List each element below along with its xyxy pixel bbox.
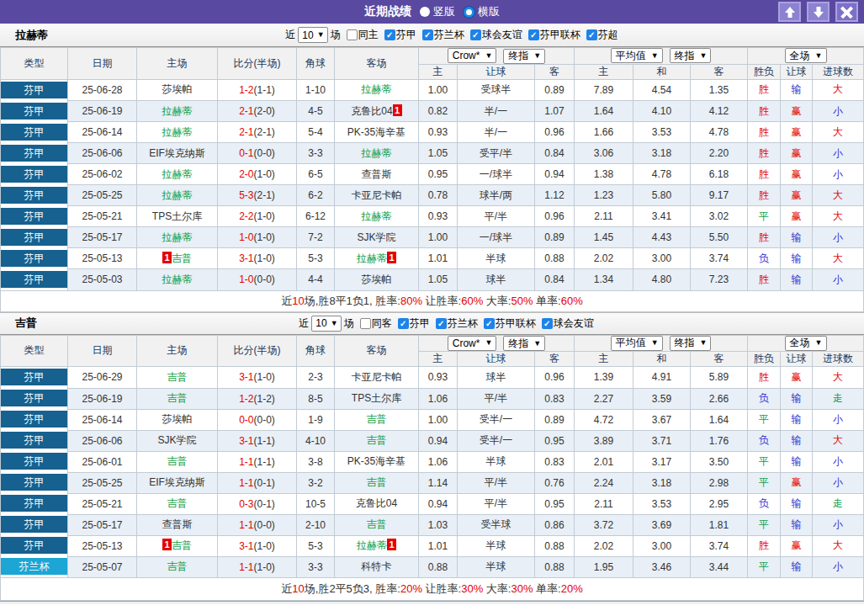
- col-subheader: 进球数: [813, 352, 864, 367]
- result-cell: 小: [813, 164, 864, 185]
- half-time-score: (1-0): [254, 371, 275, 383]
- result-cell: 输: [781, 430, 813, 451]
- filter-checkbox-芬甲[interactable]: ✓芬甲: [384, 28, 416, 42]
- match-row: 芬甲25-06-19拉赫蒂2-1(2-0)4-5克鲁比0410.82半/一1.0…: [1, 101, 864, 122]
- filter-checkbox-芬甲联杯[interactable]: ✓芬甲联杯: [484, 316, 536, 331]
- result-text: 赢: [792, 147, 802, 159]
- filter-checkbox-芬甲[interactable]: ✓芬甲: [398, 316, 430, 331]
- half-time-score: (1-1): [254, 435, 275, 447]
- full-time-score: 0-0: [239, 414, 253, 426]
- result-text: 小: [833, 168, 843, 180]
- odds-cell: 3.46: [633, 556, 691, 578]
- half-time-score: (0-0): [254, 147, 275, 159]
- filter-checkbox-芬兰杯[interactable]: ✓芬兰杯: [422, 28, 464, 42]
- result-cell: 赢: [781, 164, 813, 185]
- result-text: 平: [759, 455, 769, 467]
- col-subheader: 胜负: [748, 352, 781, 367]
- europe-odds-group-select[interactable]: 终指▼: [670, 336, 712, 351]
- half-time-score: (1-0): [254, 210, 275, 222]
- col-header-日期: 日期: [68, 335, 137, 367]
- col-header-类型: 类型: [1, 335, 68, 367]
- move-up-button[interactable]: [778, 2, 801, 22]
- result-cell: 负: [748, 493, 781, 514]
- summary-text: 场,胜2平5负3, 胜率:: [305, 582, 400, 595]
- summary-text: 80%: [400, 295, 422, 307]
- match-type-cell: 芬甲: [1, 493, 68, 514]
- result-text: 小: [833, 273, 843, 285]
- filter-checkbox-芬甲联杯[interactable]: ✓芬甲联杯: [528, 28, 580, 42]
- result-cell: 大: [813, 248, 864, 269]
- odds-cell: 6.18: [691, 164, 748, 185]
- radio-vertical[interactable]: 竖版: [420, 4, 455, 19]
- radio-horizontal-dot: [464, 7, 474, 18]
- odds-cell: 0.93: [419, 367, 458, 389]
- result-text: 负: [759, 392, 769, 404]
- result-text: 大: [833, 252, 843, 264]
- handicap-odds-group-select[interactable]: 终指▼: [503, 336, 545, 351]
- match-count-select[interactable]: 10▼: [298, 27, 327, 43]
- match-type-cell: 芬甲: [1, 164, 68, 185]
- filter-checkbox-球会友谊[interactable]: ✓球会友谊: [542, 316, 594, 331]
- filter-checkbox-同主[interactable]: 同主: [347, 28, 379, 42]
- score-cell: 2-0(1-0): [218, 164, 297, 185]
- home-team-name: 拉赫蒂: [162, 231, 193, 243]
- handicap-odds-group-select[interactable]: 终指▼: [503, 49, 545, 64]
- odds-cell: 3.02: [691, 206, 748, 227]
- away-team-cell: 克鲁比041: [335, 101, 419, 122]
- odds-cell: 9.17: [691, 185, 748, 206]
- result-text: 胜: [759, 371, 769, 383]
- match-date: 25-06-28: [68, 79, 137, 101]
- europe-odds-group-select[interactable]: 平均值▼: [611, 336, 663, 351]
- result-text: 大: [833, 210, 843, 222]
- result-group-select[interactable]: 全场▼: [785, 48, 827, 63]
- odds-cell: 3.53: [633, 493, 691, 514]
- match-type-badge: 芬甲: [1, 495, 67, 512]
- score-cell: 0-0(0-0): [218, 409, 297, 430]
- checkbox-checked-icon: ✓: [586, 29, 597, 40]
- handicap-odds-group-select[interactable]: Crow*▼: [448, 48, 497, 63]
- away-team-name: 科特卡: [362, 560, 392, 572]
- result-group-select[interactable]: 全场▼: [785, 336, 827, 351]
- odds-cell: 0.93: [419, 122, 458, 143]
- match-count-select[interactable]: 10▼: [311, 316, 341, 332]
- col-subheader: 主: [575, 64, 633, 79]
- summary-text: 10: [292, 582, 304, 595]
- odds-cell: 2.98: [691, 472, 748, 493]
- odds-cell: 1.06: [419, 388, 458, 409]
- summary-text: 大率:: [483, 295, 511, 307]
- handicap-odds-group-select[interactable]: Crow*▼: [448, 336, 497, 351]
- odds-cell: 3.44: [691, 556, 748, 578]
- odds-cell: 球半: [458, 367, 535, 389]
- match-row: 芬甲25-05-21TPS土尔库2-2(1-0)6-12拉赫蒂0.93平/半0.…: [1, 206, 864, 227]
- radio-horizontal[interactable]: 横版: [464, 4, 500, 19]
- close-button[interactable]: [835, 2, 858, 22]
- checkbox-label: 芬兰杯: [448, 316, 478, 331]
- checkbox-unchecked-icon: [347, 29, 358, 40]
- odds-cell: 受半/一: [458, 409, 535, 430]
- away-team-cell: 卡亚尼卡帕: [335, 367, 419, 389]
- odds-cell: 2.11: [575, 493, 633, 514]
- result-text: 输: [792, 560, 802, 572]
- filter-checkbox-芬超[interactable]: ✓芬超: [586, 28, 618, 42]
- filter-bar: 近10▼场同主✓芬甲✓芬兰杯✓球会友谊✓芬甲联杯✓芬超: [285, 27, 618, 43]
- chevron-down-icon: ▼: [533, 340, 541, 348]
- europe-odds-group-select[interactable]: 终指▼: [670, 48, 712, 63]
- filter-checkbox-芬兰杯[interactable]: ✓芬兰杯: [436, 316, 478, 331]
- match-date: 25-06-06: [68, 143, 137, 164]
- home-team-cell: 吉普: [137, 556, 218, 578]
- home-team-name: 吉普: [167, 392, 188, 404]
- match-row: 芬甲25-06-14莎埃帕0-0(0-0)1-9吉普1.00受半/一0.894.…: [1, 409, 864, 430]
- match-count-value: 10: [315, 317, 326, 329]
- europe-odds-group-select[interactable]: 平均值▼: [611, 48, 663, 63]
- odds-cell: 3.71: [633, 430, 691, 451]
- filter-checkbox-球会友谊[interactable]: ✓球会友谊: [470, 28, 522, 42]
- result-cell: 输: [781, 556, 813, 578]
- home-team-cell: 拉赫蒂: [137, 185, 218, 206]
- home-team-name: EIF埃克纳斯: [149, 476, 205, 488]
- odds-cell: 半球: [458, 451, 535, 472]
- filter-checkbox-同客[interactable]: 同客: [360, 316, 392, 331]
- away-team-name: 莎埃帕: [362, 273, 392, 285]
- move-down-button[interactable]: [807, 2, 830, 22]
- full-time-score: 2-1: [239, 126, 253, 138]
- odds-cell: 2.27: [575, 388, 633, 409]
